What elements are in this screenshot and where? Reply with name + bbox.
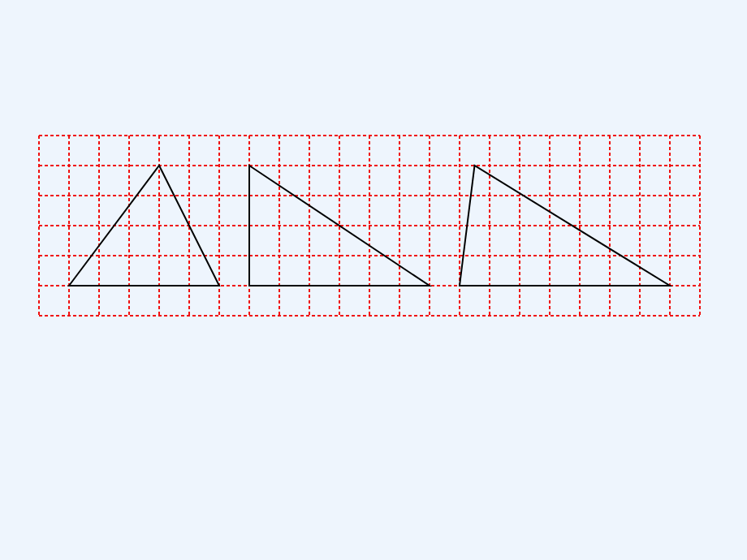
geometry-diagram bbox=[0, 0, 747, 560]
grid bbox=[39, 136, 700, 316]
